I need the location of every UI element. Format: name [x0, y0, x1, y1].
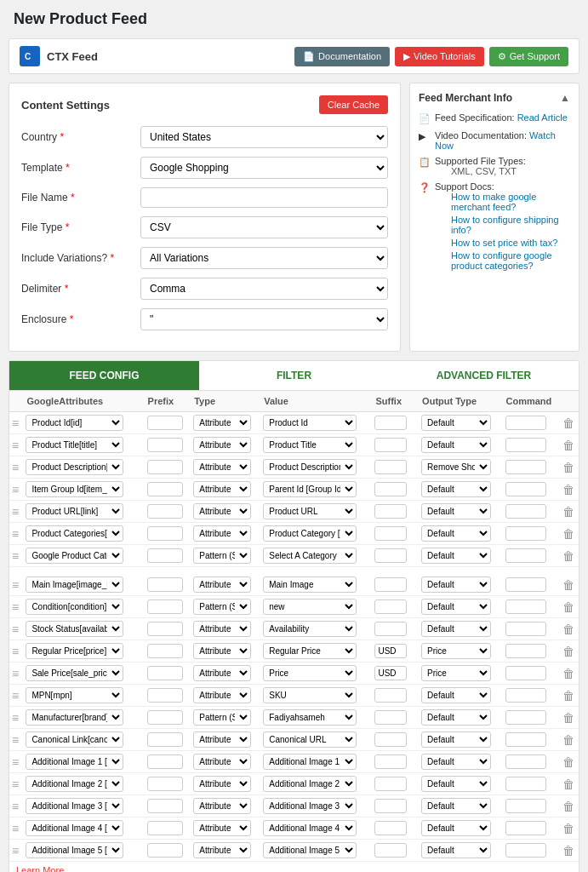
type-select[interactable]: Attribute	[193, 503, 251, 519]
value-select[interactable]: Additional Image 2	[263, 776, 357, 792]
output-select[interactable]: Default	[421, 503, 491, 519]
support-link-3[interactable]: How to set price with tax?	[451, 238, 570, 248]
collapse-icon[interactable]: ▲	[560, 92, 570, 104]
suffix-input[interactable]	[374, 622, 407, 636]
prefix-input[interactable]	[147, 732, 183, 747]
suffix-input[interactable]	[374, 577, 407, 592]
enclosure-select[interactable]: "	[140, 308, 388, 330]
value-select[interactable]: Product Id	[263, 415, 357, 431]
clear-cache-button[interactable]: Clear Cache	[319, 95, 388, 114]
drag-handle-icon[interactable]: ≡	[12, 689, 19, 703]
support-link-1[interactable]: How to make google merchant feed?	[451, 192, 570, 212]
output-select[interactable]: Default	[421, 687, 491, 703]
support-link-4[interactable]: How to configure google product categori…	[451, 250, 570, 271]
type-select[interactable]: Attribute	[193, 481, 251, 497]
prefix-input[interactable]	[147, 600, 183, 614]
delete-row-button[interactable]: 🗑	[562, 844, 574, 858]
drag-handle-icon[interactable]: ≡	[12, 549, 19, 563]
delete-row-button[interactable]: 🗑	[562, 416, 574, 430]
prefix-input[interactable]	[147, 666, 183, 680]
include-variations-select[interactable]: All Variations	[140, 247, 388, 269]
output-select[interactable]: Default	[421, 621, 491, 637]
suffix-input[interactable]	[374, 754, 407, 769]
output-select[interactable]: Default	[421, 798, 491, 814]
output-select[interactable]: Default	[421, 481, 491, 497]
output-select[interactable]: Remove ShortCodes	[421, 459, 491, 475]
template-select[interactable]: Google Shopping	[140, 157, 388, 179]
drag-handle-icon[interactable]: ≡	[12, 800, 19, 813]
command-input[interactable]	[505, 577, 546, 592]
prefix-input[interactable]	[147, 843, 183, 858]
ga-select[interactable]: Product Id[id]	[26, 415, 123, 431]
type-select[interactable]: Attribute	[193, 621, 251, 637]
drag-handle-icon[interactable]: ≡	[12, 645, 19, 658]
ga-select[interactable]: Product URL[link]	[26, 503, 123, 519]
ga-select[interactable]: MPN[mpn]	[26, 687, 123, 703]
ga-select[interactable]: Google Product Catego	[26, 548, 123, 564]
suffix-input[interactable]	[374, 504, 407, 519]
type-select[interactable]: Attribute	[193, 687, 251, 703]
command-input[interactable]	[505, 600, 546, 614]
command-input[interactable]	[505, 821, 546, 835]
type-select[interactable]: Attribute	[193, 731, 251, 748]
delete-row-button[interactable]: 🗑	[562, 733, 574, 747]
prefix-input[interactable]	[147, 710, 183, 725]
drag-handle-icon[interactable]: ≡	[12, 622, 19, 636]
suffix-input[interactable]	[374, 732, 407, 747]
ga-select[interactable]: Product Categories[pro	[26, 525, 123, 542]
value-select[interactable]: Product URL	[263, 503, 357, 519]
ga-select[interactable]: Stock Status[availabilit	[26, 621, 123, 637]
delete-row-button[interactable]: 🗑	[562, 800, 574, 813]
value-select[interactable]: Additional Image 5	[263, 842, 357, 858]
ga-select[interactable]: Additional Image 4 [ad	[26, 820, 123, 836]
drag-handle-icon[interactable]: ≡	[12, 733, 19, 747]
ga-select[interactable]: Main Image[image_link	[26, 577, 123, 593]
suffix-input[interactable]	[374, 438, 407, 452]
type-select[interactable]: Attribute	[193, 665, 251, 681]
type-select[interactable]: Attribute	[193, 643, 251, 659]
ga-select[interactable]: Item Group Id[item_grc	[26, 481, 123, 497]
command-input[interactable]	[505, 504, 546, 519]
drag-handle-icon[interactable]: ≡	[12, 527, 19, 541]
command-input[interactable]	[505, 688, 546, 703]
delete-row-button[interactable]: 🗑	[562, 578, 574, 592]
ga-select[interactable]: Additional Image 3 [ad	[26, 798, 123, 814]
prefix-input[interactable]	[147, 526, 183, 541]
prefix-input[interactable]	[147, 482, 183, 496]
value-select[interactable]: Additional Image 1	[263, 754, 357, 770]
drag-handle-icon[interactable]: ≡	[12, 505, 19, 519]
type-select[interactable]: Attribute	[193, 754, 251, 770]
type-select[interactable]: Attribute	[193, 459, 251, 475]
output-select[interactable]: Price	[421, 643, 491, 659]
drag-handle-icon[interactable]: ≡	[12, 667, 19, 680]
ga-select[interactable]: Product Description[de	[26, 459, 123, 475]
value-select[interactable]: Price	[263, 665, 357, 681]
type-select[interactable]: Pattern (St	[193, 709, 251, 726]
drag-handle-icon[interactable]: ≡	[12, 483, 19, 496]
value-select[interactable]: Main Image	[263, 577, 357, 593]
type-select[interactable]: Attribute	[193, 437, 251, 453]
drag-handle-icon[interactable]: ≡	[12, 600, 19, 614]
value-select[interactable]: Fadiyahsameh	[263, 709, 357, 726]
suffix-input[interactable]	[374, 526, 407, 541]
value-select[interactable]: Parent Id [Group Id]	[263, 481, 357, 497]
drag-handle-icon[interactable]: ≡	[12, 711, 19, 725]
value-select[interactable]: Product Description	[263, 459, 357, 475]
delete-row-button[interactable]: 🗑	[562, 822, 574, 835]
delete-row-button[interactable]: 🗑	[562, 549, 574, 563]
command-input[interactable]	[505, 438, 546, 452]
type-select[interactable]: Pattern (St	[193, 548, 251, 564]
drag-handle-icon[interactable]: ≡	[12, 461, 19, 474]
type-select[interactable]: Attribute	[193, 525, 251, 542]
output-select[interactable]: Default	[421, 599, 491, 615]
output-select[interactable]: Default	[421, 415, 491, 431]
delimiter-select[interactable]: Comma	[140, 278, 388, 300]
command-input[interactable]	[505, 526, 546, 541]
suffix-input[interactable]	[374, 482, 407, 496]
file-name-input[interactable]	[140, 187, 388, 208]
suffix-input[interactable]	[374, 799, 407, 813]
ga-select[interactable]: Regular Price[price]	[26, 643, 123, 659]
suffix-input[interactable]	[374, 688, 407, 703]
prefix-input[interactable]	[147, 622, 183, 636]
type-select[interactable]: Attribute	[193, 820, 251, 836]
